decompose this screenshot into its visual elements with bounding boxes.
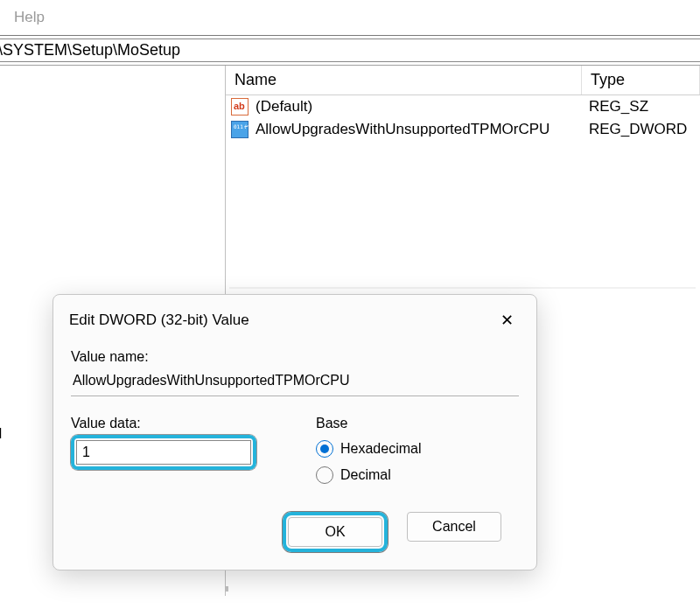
column-header-name[interactable]: Name [226, 66, 582, 94]
menubar: Help [0, 0, 700, 35]
tree-item[interactable]: e [0, 92, 225, 123]
cell-name: (Default) [252, 97, 585, 116]
list-row[interactable]: AllowUpgradesWithUnsupportedTPMOrCPU REG… [226, 118, 700, 141]
tree-item[interactable]: ɔs [0, 218, 225, 250]
menu-help[interactable]: Help [14, 9, 45, 25]
radio-label: Decimal [340, 467, 391, 483]
ok-button[interactable]: OK [288, 517, 382, 547]
dword-icon [231, 121, 248, 138]
string-icon [231, 98, 248, 116]
address-bar: HINE\SYSTEM\Setup\MoSetup [0, 35, 700, 66]
divider [229, 287, 696, 289]
list-row[interactable]: (Default) REG_SZ [226, 95, 700, 118]
value-name-field[interactable]: AllowUpgradesWithUnsupportedTPMOrCPU [71, 368, 519, 396]
radio-icon [316, 466, 333, 484]
radio-hexadecimal[interactable]: Hexadecimal [316, 440, 519, 458]
value-data-label: Value data: [71, 416, 263, 431]
value-data-input[interactable] [76, 440, 251, 465]
dialog-body: Value name: AllowUpgradesWithUnsupported… [53, 333, 536, 552]
edit-dword-dialog: Edit DWORD (32-bit) Value ✕ Value name: … [52, 294, 537, 570]
base-group: Base Hexadecimal Decimal [316, 416, 519, 493]
address-bar-input[interactable]: HINE\SYSTEM\Setup\MoSetup [0, 38, 700, 62]
dialog-titlebar: Edit DWORD (32-bit) Value ✕ [53, 295, 536, 333]
value-name-label: Value name: [71, 349, 519, 365]
column-header-type[interactable]: Type [582, 66, 700, 94]
cancel-button[interactable]: Cancel [407, 512, 501, 542]
base-label: Base [316, 416, 519, 431]
radio-decimal[interactable]: Decimal [316, 466, 519, 484]
divider [226, 586, 228, 592]
radio-label: Hexadecimal [340, 441, 421, 457]
cell-type: REG_DWORD [585, 120, 690, 139]
highlight-ok: OK [283, 512, 388, 552]
dialog-title: Edit DWORD (32-bit) Value [69, 312, 249, 329]
highlight-value-data [71, 435, 256, 470]
list-header: Name Type [226, 66, 700, 95]
dialog-buttons: OK Cancel [71, 493, 519, 552]
close-icon[interactable]: ✕ [494, 307, 521, 333]
radio-icon [316, 440, 333, 458]
cell-name: AllowUpgradesWithUnsupportedTPMOrCPU [252, 120, 585, 139]
cell-type: REG_SZ [585, 97, 652, 116]
